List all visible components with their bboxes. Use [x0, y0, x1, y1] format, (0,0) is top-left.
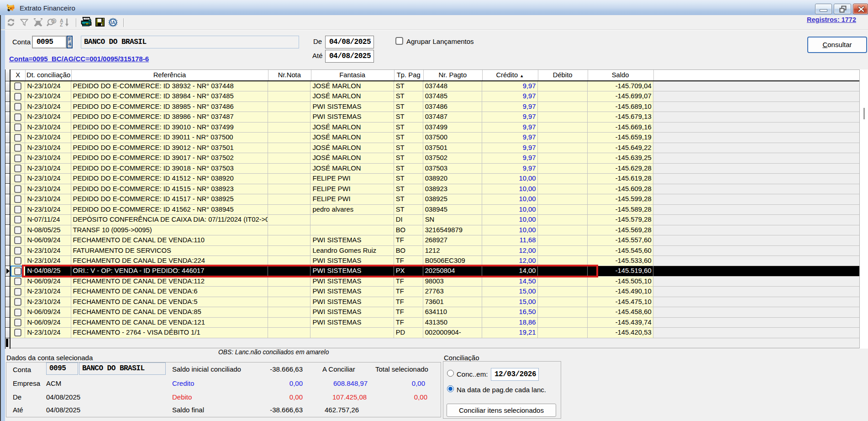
svg-text:n: n [53, 18, 55, 23]
svg-text:IA: IA [111, 20, 116, 25]
svg-text:Z: Z [60, 22, 63, 27]
